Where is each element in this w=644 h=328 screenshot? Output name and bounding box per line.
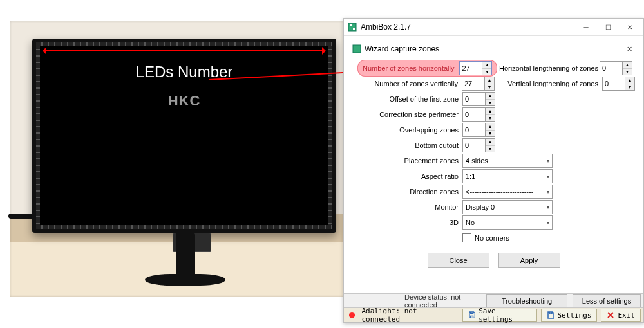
chevron-down-icon: ▾ bbox=[547, 158, 549, 164]
minimize-button[interactable]: ─ bbox=[575, 20, 597, 34]
monitor-photo: LEDs Number HKC bbox=[10, 21, 351, 297]
offset-label: Offset of the first zone bbox=[352, 95, 462, 103]
vlen-spinner[interactable]: ▲▼ bbox=[602, 77, 635, 91]
monitor-brand: HKC bbox=[36, 93, 332, 109]
save-settings-button[interactable]: Save settings bbox=[462, 309, 537, 322]
placement-value: 4 sides bbox=[466, 157, 488, 165]
zones-vertical-spinner[interactable]: ▲▼ bbox=[462, 77, 495, 91]
settings-button[interactable]: Settings bbox=[541, 309, 598, 322]
three-d-select[interactable]: No ▾ bbox=[462, 215, 553, 230]
floppy-icon bbox=[468, 311, 475, 319]
aspect-label: Aspect ratio bbox=[352, 172, 462, 180]
direction-value: <--------------------------- bbox=[466, 188, 533, 196]
bottom-spinner[interactable]: ▲▼ bbox=[462, 138, 495, 152]
overlap-label: Overlapping zones bbox=[352, 126, 462, 134]
less-settings-button[interactable]: Less of settings bbox=[573, 294, 641, 309]
three-d-value: No bbox=[466, 219, 475, 226]
zones-horizontal-highlight: Number of zones horizontally ▲▼ bbox=[357, 60, 497, 77]
three-d-label: 3D bbox=[352, 219, 462, 226]
offset-input[interactable] bbox=[463, 93, 485, 105]
placement-label: Placement zones bbox=[352, 157, 462, 165]
app-title: AmbiBox 2.1.7 bbox=[361, 23, 575, 32]
spin-down-icon[interactable]: ▼ bbox=[482, 69, 491, 75]
power-cord bbox=[8, 214, 34, 219]
svg-rect-1 bbox=[348, 23, 356, 31]
bottom-label: Bottom cutout bbox=[352, 141, 462, 149]
close-dialog-button[interactable]: Close bbox=[428, 253, 489, 268]
svg-rect-3 bbox=[353, 28, 355, 30]
hlen-spinner[interactable]: ▲▼ bbox=[600, 61, 632, 75]
titlebar[interactable]: AmbiBox 2.1.7 ─ ☐ ✕ bbox=[344, 19, 643, 36]
offset-spinner[interactable]: ▲▼ bbox=[462, 92, 495, 106]
vlen-input[interactable] bbox=[603, 77, 625, 90]
monitor-value: Display 0 bbox=[466, 203, 495, 211]
zones-vertical-label: Number of zones vertically bbox=[352, 80, 462, 87]
overlap-spinner[interactable]: ▲▼ bbox=[462, 123, 495, 137]
floppy-icon bbox=[547, 311, 554, 319]
aspect-select[interactable]: 1:1 ▾ bbox=[462, 169, 553, 183]
no-corners-label: No corners bbox=[475, 234, 509, 242]
hlen-label: Horizontal lengthening of zones bbox=[499, 64, 600, 72]
dialog-titlebar[interactable]: Wizard capture zones ✕ bbox=[348, 41, 639, 57]
apply-button[interactable]: Apply bbox=[498, 253, 560, 268]
width-arrow bbox=[41, 46, 327, 55]
status-dot-icon bbox=[349, 312, 355, 318]
svg-rect-2 bbox=[350, 24, 352, 26]
direction-select[interactable]: <--------------------------- ▾ bbox=[462, 185, 553, 199]
zones-horizontal-label: Number of zones horizontally bbox=[363, 64, 459, 72]
vlen-label: Vertical lengthening of zones bbox=[502, 80, 602, 87]
monitor-label: Monitor bbox=[352, 203, 462, 211]
exit-button[interactable]: Exit bbox=[601, 309, 641, 322]
maximize-button[interactable]: ☐ bbox=[597, 20, 619, 34]
status-bar-lower: Adalight: not connected Save settings Se… bbox=[344, 307, 643, 322]
aspect-value: 1:1 bbox=[466, 172, 475, 180]
status-bar-upper: Device status: not connected Troubleshoo… bbox=[344, 293, 643, 308]
direction-label: Direction zones bbox=[352, 188, 462, 196]
leds-number-label: LEDs Number bbox=[36, 63, 332, 81]
zones-vertical-input[interactable] bbox=[462, 77, 484, 90]
spin-up-icon[interactable]: ▲ bbox=[482, 62, 491, 69]
ambibox-window: AmbiBox 2.1.7 ─ ☐ ✕ Wizard capture zones… bbox=[343, 18, 644, 323]
monitor-base bbox=[145, 274, 225, 286]
monitor: LEDs Number HKC bbox=[32, 39, 336, 233]
hlen-input[interactable] bbox=[600, 62, 622, 75]
dialog-icon bbox=[352, 44, 361, 53]
app-icon bbox=[348, 23, 357, 32]
checkbox-box[interactable] bbox=[462, 233, 471, 242]
svg-rect-4 bbox=[353, 45, 361, 53]
placement-select[interactable]: 4 sides ▾ bbox=[462, 154, 553, 168]
zones-horizontal-input[interactable] bbox=[460, 62, 482, 75]
close-button[interactable]: ✕ bbox=[619, 20, 641, 34]
zones-horizontal-spinner[interactable]: ▲▼ bbox=[459, 61, 492, 75]
monitor-neck bbox=[176, 233, 195, 278]
wizard-dialog: Wizard capture zones ✕ Number of zones h… bbox=[348, 41, 639, 304]
dialog-title: Wizard capture zones bbox=[365, 44, 622, 53]
chevron-down-icon: ▾ bbox=[547, 205, 549, 210]
chevron-down-icon: ▾ bbox=[547, 189, 549, 195]
monitor-select[interactable]: Display 0 ▾ bbox=[462, 200, 553, 214]
bottom-input[interactable] bbox=[463, 139, 485, 152]
overlap-input[interactable] bbox=[463, 123, 485, 136]
no-corners-checkbox[interactable]: No corners bbox=[462, 233, 509, 242]
correction-input[interactable] bbox=[463, 108, 485, 121]
correction-spinner[interactable]: ▲▼ bbox=[462, 107, 495, 122]
exit-icon bbox=[607, 311, 614, 319]
dialog-close-button[interactable]: ✕ bbox=[622, 43, 636, 55]
adalight-status: Adalight: not connected bbox=[361, 307, 454, 323]
chevron-down-icon: ▾ bbox=[547, 174, 549, 179]
correction-label: Correction size perimeter bbox=[352, 111, 462, 118]
chevron-down-icon: ▾ bbox=[547, 220, 549, 226]
